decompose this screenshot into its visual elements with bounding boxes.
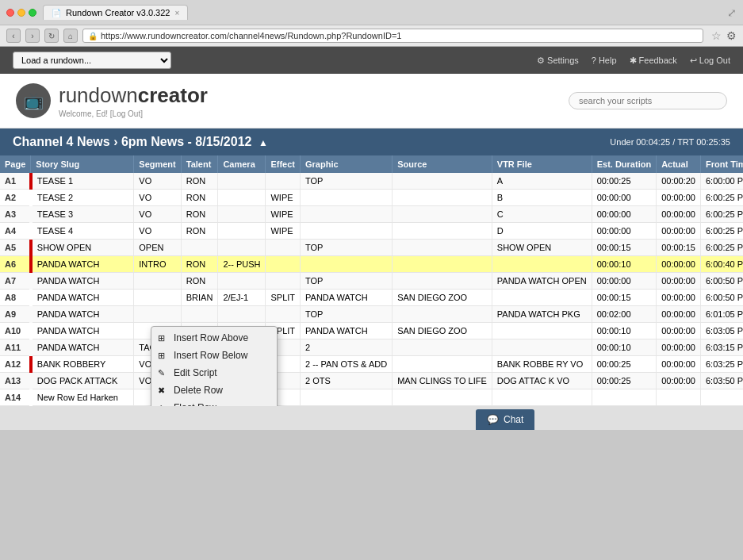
cell-page: A13 [0,373,31,389]
cell-est: 00:00:15 [592,290,656,306]
cell-segment: VO [134,173,181,190]
context-menu-item-insert-row-above[interactable]: ⊞Insert Row Above [151,329,277,347]
tab-close-button[interactable]: × [174,9,179,17]
cell-est: 00:02:00 [592,306,656,323]
cell-effect [266,306,301,323]
cell-effect [266,173,301,190]
ssl-lock-icon: 🔒 [88,32,98,40]
cell-slug: PANDA WATCH [31,339,134,356]
load-rundown-select[interactable]: Load a rundown... [13,52,171,69]
cell-slug: PANDA WATCH [31,323,134,339]
cell-graphic [301,206,393,223]
context-menu-item-insert-row-below[interactable]: ⊞Insert Row Below [151,347,277,364]
table-row[interactable]: A9 PANDA WATCH TOP PANDA WATCH PKG 00:02… [0,306,743,323]
table-row[interactable]: A1 TEASE 1 VO RON TOP A 00:00:25 00:00:2… [0,173,743,190]
cell-vtr: B [492,190,592,206]
cell-front: 6:00:25 PM [700,240,743,256]
cell-graphic [301,223,393,240]
cell-actual: 00:00:00 [657,373,701,389]
ctx-item-icon: ⊞ [158,351,165,361]
tab-title: Rundown Creator v3.0.322 [66,8,170,17]
cell-source [393,173,492,190]
cell-front: 6:00:50 PM [700,290,743,306]
rundown-arrow-icon[interactable]: ▲ [259,137,268,148]
minimize-dot[interactable] [17,9,25,17]
cell-slug: BANK ROBBERY [31,356,134,373]
cell-page: A3 [0,206,31,223]
cell-vtr: SHOW OPEN [492,240,592,256]
col-header-slug: Story Slug [31,155,134,173]
table-row[interactable]: A12 BANK ROBBERY VO RON 2 -- PAN OTS & A… [0,356,743,373]
rundown-table: Page Story Slug Segment Talent Camera Ef… [0,155,743,406]
logout-label: Log Out [699,56,730,65]
help-button[interactable]: ? Help [592,56,617,65]
ctx-item-label: Edit Script [174,367,217,378]
cell-slug: PANDA WATCH [31,256,134,273]
refresh-button[interactable]: ↻ [44,29,59,43]
table-row[interactable]: A7 PANDA WATCH RON TOP PANDA WATCH OPEN … [0,273,743,290]
maximize-dot[interactable] [29,9,36,17]
cell-page: A12 [0,356,31,373]
rundown-title-text: Channel 4 News › 6pm News - 8/15/2012 [13,135,251,148]
cell-segment: VO [134,190,181,206]
cell-source [393,306,492,323]
cell-slug: PANDA WATCH [31,273,134,290]
table-row[interactable]: A3 TEASE 3 VO RON WIPE C 00:00:00 00:00:… [0,206,743,223]
browser-tools-icon[interactable]: ⚙ [726,29,737,42]
bookmark-icon[interactable]: ☆ [711,29,722,42]
cell-page: A14 [0,389,31,406]
col-header-page: Page [0,155,31,173]
table-row[interactable]: A8 PANDA WATCH BRIAN 2/EJ-1 SPLIT PANDA … [0,290,743,306]
forward-button[interactable]: › [25,29,40,43]
cell-slug: TEASE 1 [31,173,134,190]
col-header-effect: Effect [266,155,301,173]
table-row[interactable]: A10 PANDA WATCH BRIAN 2/EJ-1 SPLIT PANDA… [0,323,743,339]
cell-page: A9 [0,306,31,323]
context-menu-item-float-row[interactable]: ◈Float Row [151,399,277,406]
ctx-item-label: Insert Row Below [174,350,247,361]
cell-est: 00:00:00 [592,273,656,290]
table-row[interactable]: A11 PANDA WATCH TAG RON 2 00:00:10 00:00… [0,339,743,356]
home-button[interactable]: ⌂ [63,29,78,43]
cell-graphic: 2 OTS [301,373,393,389]
tab-favicon: 📄 [52,9,61,17]
logout-button[interactable]: ↩ Log Out [690,56,730,66]
back-button[interactable]: ‹ [6,29,21,43]
bottom-bar: 💬 Chat [0,406,743,430]
table-row[interactable]: A2 TEASE 2 VO RON WIPE B 00:00:00 00:00:… [0,190,743,206]
table-row[interactable]: A6 PANDA WATCH INTRO RON 2-- PUSH 00:00:… [0,256,743,273]
cell-camera [218,190,266,206]
cell-source [393,356,492,373]
context-menu-item-edit-script[interactable]: ✎Edit Script [151,364,277,382]
feedback-label: Feedback [639,56,677,65]
col-header-actual: Actual [657,155,701,173]
cell-source [393,190,492,206]
table-row[interactable]: A5 SHOW OPEN OPEN TOP SHOW OPEN 00:00:15… [0,240,743,256]
cell-source [393,223,492,240]
table-row[interactable]: A14 New Row Ed Harken [0,389,743,406]
cell-vtr [492,256,592,273]
context-menu-item-delete-row[interactable]: ✖Delete Row [151,382,277,399]
cell-graphic: TOP [301,173,393,190]
cell-actual: 00:00:00 [657,256,701,273]
address-bar[interactable]: 🔒 https://www.rundowncreator.com/channel… [82,29,703,43]
chat-button[interactable]: 💬 Chat [476,409,534,430]
cell-segment [134,306,181,323]
browser-tab[interactable]: 📄 Rundown Creator v3.0.322 × [43,5,188,20]
feedback-button[interactable]: ✱ Feedback [630,56,677,66]
cell-effect [266,256,301,273]
table-row[interactable]: A4 TEASE 4 VO RON WIPE D 00:00:00 00:00:… [0,223,743,240]
cell-graphic [301,190,393,206]
cell-effect: WIPE [266,190,301,206]
cell-talent [181,240,218,256]
ctx-item-icon: ◈ [158,403,164,407]
rundown-header: Channel 4 News › 6pm News - 8/15/2012 ▲ … [0,128,743,155]
search-scripts-input[interactable] [569,92,727,109]
cell-front: 6:03:15 PM [700,339,743,356]
cell-est: 00:00:15 [592,240,656,256]
table-row[interactable]: A13 DOG PACK ATTACK VO RON 2 OTS MAN CLI… [0,373,743,389]
settings-button[interactable]: ⚙ Settings [537,56,579,66]
context-menu[interactable]: ⊞Insert Row Above⊞Insert Row Below✎Edit … [151,326,278,406]
rundown-table-wrapper[interactable]: Page Story Slug Segment Talent Camera Ef… [0,155,743,406]
close-dot[interactable] [6,9,14,17]
